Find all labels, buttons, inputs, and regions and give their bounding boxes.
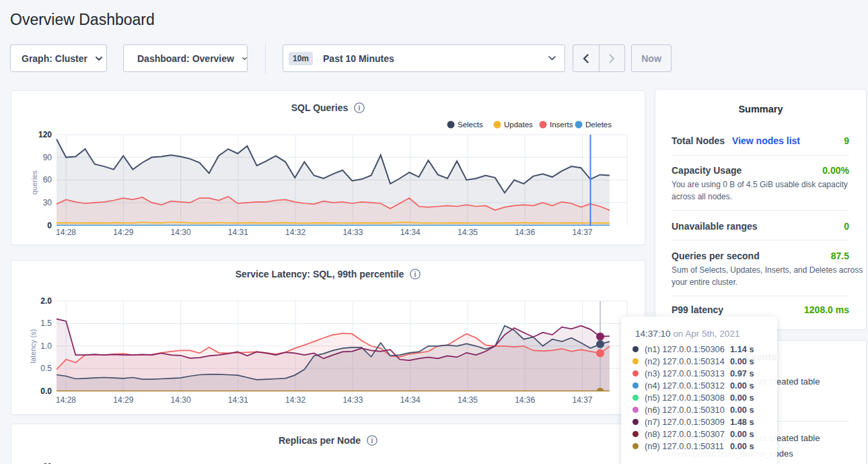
svg-text:14:37: 14:37: [572, 228, 592, 237]
svg-text:latency (s): latency (s): [29, 329, 37, 364]
svg-text:14:36: 14:36: [515, 228, 535, 237]
svg-text:14:28: 14:28: [56, 228, 76, 237]
svg-text:14:30: 14:30: [171, 228, 191, 237]
svg-text:14:31: 14:31: [228, 395, 248, 405]
svg-text:14:35: 14:35: [458, 228, 478, 237]
svg-text:14:30: 14:30: [171, 395, 191, 405]
svg-text:14:36: 14:36: [515, 395, 535, 405]
svg-text:30: 30: [43, 198, 52, 207]
svg-text:14:29: 14:29: [113, 395, 133, 405]
svg-text:2.0: 2.0: [40, 296, 52, 306]
svg-text:14:31: 14:31: [228, 228, 248, 237]
svg-text:0.0: 0.0: [40, 387, 52, 396]
svg-text:14:32: 14:32: [285, 395, 305, 405]
svg-text:90: 90: [43, 153, 52, 162]
svg-text:14:34: 14:34: [400, 395, 421, 405]
svg-text:14:34: 14:34: [400, 228, 421, 237]
svg-text:120: 120: [38, 130, 52, 139]
svg-text:Inserts: Inserts: [550, 121, 573, 129]
svg-text:14:33: 14:33: [342, 228, 363, 237]
svg-text:queries: queries: [30, 170, 38, 195]
svg-text:Selects: Selects: [458, 121, 483, 129]
svg-text:14:32: 14:32: [285, 228, 305, 237]
svg-text:1.0: 1.0: [40, 341, 52, 351]
svg-text:0.5: 0.5: [40, 364, 52, 373]
svg-text:14:28: 14:28: [56, 395, 76, 405]
svg-text:0: 0: [47, 221, 52, 230]
svg-text:14:37: 14:37: [572, 395, 592, 405]
svg-text:14:33: 14:33: [342, 395, 363, 405]
svg-text:14:35: 14:35: [458, 395, 478, 405]
svg-text:14:29: 14:29: [113, 228, 133, 237]
svg-text:Updates: Updates: [504, 121, 533, 129]
svg-text:60: 60: [43, 175, 52, 185]
svg-text:1.5: 1.5: [40, 319, 52, 328]
svg-text:Deletes: Deletes: [585, 121, 612, 129]
